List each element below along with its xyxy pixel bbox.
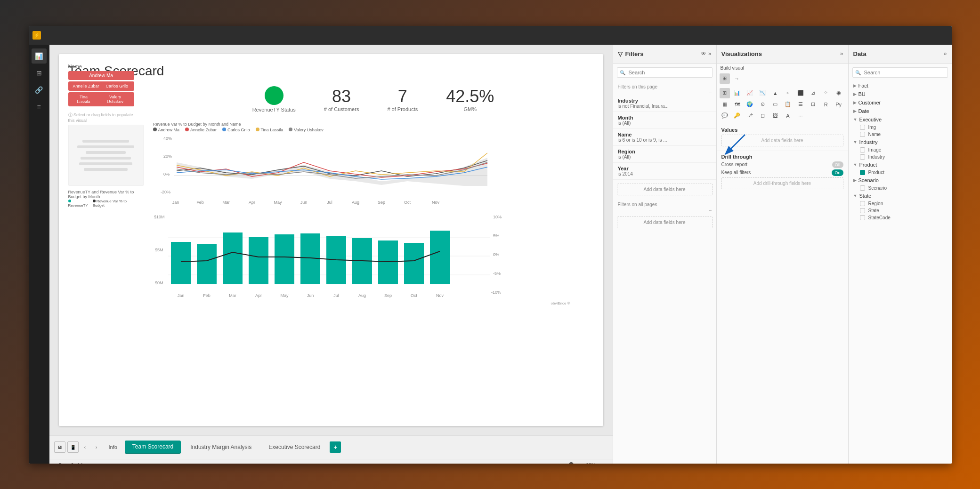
viz-icon-scatter[interactable]: ⁘ [821, 88, 831, 98]
data-tree-fact[interactable]: ▶ Fact [849, 81, 952, 90]
data-tree-product[interactable]: ▼ Product [849, 160, 952, 169]
filter-eye-icon[interactable]: 👁 [701, 50, 706, 57]
tablet-icon[interactable]: 📱 [67, 441, 79, 453]
sidebar-model-icon[interactable]: 🔗 [32, 82, 47, 97]
monitor-icon[interactable]: 🖥 [54, 441, 65, 453]
viz-icon-kpi[interactable]: 📋 [783, 99, 793, 110]
keep-all-toggle[interactable]: On [832, 169, 843, 176]
data-tree-customer[interactable]: ▶ Customer [849, 98, 952, 107]
viz-icon-image[interactable]: 🖼 [770, 111, 780, 121]
state-region-checkbox[interactable] [860, 201, 865, 206]
data-tree-industry-image[interactable]: Image [849, 146, 952, 153]
viz-icon-bar[interactable]: 📊 [732, 88, 742, 98]
drill-add-fields-zone[interactable]: Add drill-through fields here [721, 177, 843, 189]
data-tree-state[interactable]: ▼ State [849, 192, 952, 200]
data-tree-state-statecode[interactable]: StateCode [849, 214, 952, 221]
data-tree-bu[interactable]: ▶ BU [849, 90, 952, 98]
data-tree-scenario-scenario[interactable]: Scenario [849, 184, 952, 192]
name-chip-1[interactable]: Annelie Zubar [70, 82, 102, 90]
viz-icon-r[interactable]: R [821, 99, 831, 110]
filter-more-icon[interactable]: ··· [709, 90, 713, 95]
viz-icon-decomp[interactable]: ⎇ [745, 111, 755, 121]
tab-executive[interactable]: Executive Scorecard [261, 441, 328, 453]
data-tree-industry-industry[interactable]: Industry [849, 153, 952, 160]
viz-icon-funnel[interactable]: ⊿ [808, 88, 818, 98]
sidebar-data-icon[interactable]: ⊞ [32, 65, 47, 80]
ph-line-2 [77, 145, 134, 148]
viz-icon-key[interactable]: 🔑 [732, 111, 742, 121]
filter-all-add-data-btn[interactable]: Add data fields here [617, 216, 713, 228]
viz-icon-table[interactable]: ⊞ [720, 88, 730, 98]
name-chip-2[interactable]: Carlos Grilo [103, 82, 131, 90]
next-tab-btn[interactable]: › [92, 442, 101, 452]
data-tree-state-region[interactable]: Region [849, 200, 952, 207]
cross-report-toggle[interactable]: Off [832, 161, 843, 168]
name-chip-4[interactable]: Valery Ushakov [98, 93, 132, 105]
tab-team-scorecard[interactable]: Team Scorecard [125, 441, 181, 454]
svg-text:Jun: Jun [307, 293, 314, 298]
industry-industry-checkbox[interactable] [860, 154, 865, 160]
filter-industry[interactable]: Industry is not Financial, Insura... [613, 95, 716, 112]
filters-search-input[interactable] [617, 67, 713, 78]
viz-icon-col[interactable]: 📈 [745, 88, 755, 98]
viz-icon-treemap[interactable]: ▦ [720, 99, 730, 110]
scenario-scenario-checkbox[interactable] [860, 185, 865, 191]
state-state-checkbox[interactable] [860, 208, 865, 213]
viz-icon-ribbon[interactable]: ≈ [783, 88, 793, 98]
filter-add-data-btn[interactable]: Add data fields here [617, 184, 713, 195]
zoom-handle[interactable] [569, 462, 574, 464]
viz-icon-map[interactable]: 🗺 [732, 99, 742, 110]
filter-month[interactable]: Month is (All) [613, 112, 716, 129]
viz-icon-qa[interactable]: 💬 [720, 111, 730, 121]
data-tree-product-product[interactable]: Product [849, 169, 952, 176]
filter-expand-icon[interactable]: » [708, 50, 712, 57]
viz-icon-gauge[interactable]: ⊙ [757, 99, 768, 110]
sidebar-dax-icon[interactable]: ≡ [32, 99, 47, 114]
add-tab-btn[interactable]: + [330, 441, 341, 453]
data-tree-executive-name[interactable]: Name [849, 131, 952, 138]
filter-all-more-icon[interactable]: ··· [709, 208, 713, 213]
state-statecode-checkbox[interactable] [860, 215, 865, 220]
data-tree-executive-img[interactable]: Img [849, 124, 952, 131]
viz-icon-pie[interactable]: ◉ [834, 88, 844, 98]
viz-icon-shape[interactable]: ◻ [757, 111, 768, 121]
viz-table-icon[interactable]: ⊞ [720, 73, 730, 84]
filter-year[interactable]: Year is 2014 [613, 163, 716, 180]
viz-icon-text[interactable]: A [783, 111, 793, 121]
sidebar-report-icon[interactable]: 📊 [32, 48, 47, 64]
viz-icon-py[interactable]: Py [834, 99, 844, 110]
tab-info[interactable]: Info [103, 442, 123, 452]
prev-tab-btn[interactable]: ‹ [81, 442, 90, 452]
executive-name-checkbox[interactable] [860, 132, 865, 137]
data-tree-date[interactable]: ▶ Date [849, 107, 952, 115]
ph-line-6 [84, 168, 127, 171]
filter-name[interactable]: Name is 6 or is 10 or is 9, is ... [613, 129, 716, 146]
viz-icon-line[interactable]: 📉 [757, 88, 768, 98]
viz-icon-waterfall[interactable]: ⬛ [795, 88, 806, 98]
viz-icon-area[interactable]: ▲ [770, 88, 780, 98]
viz-icon-more[interactable]: ··· [795, 111, 806, 121]
executive-img-checkbox[interactable] [860, 125, 865, 130]
product-product-checkbox[interactable] [860, 170, 865, 175]
filter-page-actions: ··· [613, 90, 716, 95]
viz-arrow-icon[interactable]: → [732, 73, 742, 84]
viz-icon-card[interactable]: ▭ [770, 99, 780, 110]
viz-expand-icon[interactable]: » [840, 50, 843, 57]
kpi-products: 7 # of Products [387, 87, 418, 112]
viz-icon-matrix[interactable]: ⊡ [808, 99, 818, 110]
data-search-input[interactable] [852, 67, 948, 78]
date-arrow: ▶ [853, 109, 857, 113]
data-expand-icon[interactable]: » [944, 50, 947, 57]
viz-icon-slicer[interactable]: ☰ [795, 99, 806, 110]
name-chip-0[interactable]: Andrew Ma [68, 71, 134, 80]
name-chip-3[interactable]: Tina Lassila [70, 93, 97, 105]
data-tree-scenario[interactable]: ▶ Scenario [849, 176, 952, 184]
viz-icon-filled-map[interactable]: 🌍 [745, 99, 755, 110]
data-tree-executive[interactable]: ▼ Executive [849, 115, 952, 124]
filter-region[interactable]: Region is (All) [613, 146, 716, 163]
data-tree-industry[interactable]: ▼ Industry [849, 138, 952, 146]
tab-industry[interactable]: Industry Margin Analysis [183, 441, 259, 453]
fit-icon[interactable]: ⊡ [599, 463, 603, 464]
industry-image-checkbox[interactable] [860, 147, 865, 152]
data-tree-state-state[interactable]: State [849, 207, 952, 214]
